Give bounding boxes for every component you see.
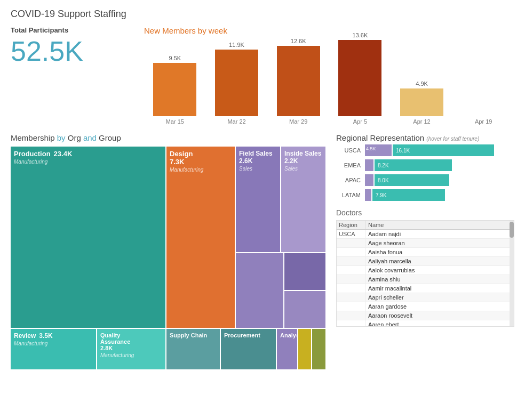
total-participants-label: Total Participants xyxy=(11,26,133,34)
treemap-cell-small2[interactable] xyxy=(312,329,325,369)
bar-value: 4.9K xyxy=(416,80,428,87)
doctor-name: Aadam najdi xyxy=(366,230,514,238)
treemap-cell-procurement[interactable]: Procurement xyxy=(221,329,276,369)
doctor-region xyxy=(337,293,366,302)
doctor-region xyxy=(337,266,366,274)
treemap-section: Membership by Org and Group Production 2… xyxy=(11,133,325,370)
region-small-val: 4.5K xyxy=(365,145,377,152)
doctor-region xyxy=(337,284,366,293)
scrollbar-thumb[interactable] xyxy=(510,222,514,238)
treemap-cell-r2b[interactable] xyxy=(284,291,325,328)
doctor-row[interactable]: Aapri scheller xyxy=(337,293,514,302)
treemap-cell-qa[interactable]: QualityAssurance 2.8K Manufacturing xyxy=(97,329,165,369)
bar-chart-section: New Members by week 9.5KMar 1511.9KMar 2… xyxy=(144,26,514,125)
region-small-val xyxy=(365,190,367,197)
treemap-cell-production[interactable]: Production 23.4K Manufacturing xyxy=(11,147,165,328)
doctors-list: Region Name USCA Aadam najdi Aage sheora… xyxy=(337,221,514,327)
region-label: APAC xyxy=(336,177,361,183)
doctor-region xyxy=(337,320,366,327)
bar-group: 11.9KMar 22 xyxy=(206,42,268,125)
doctor-name: Aamina shiu xyxy=(366,275,514,284)
treemap-cell-r2-col xyxy=(284,253,325,328)
region-row: USCA 4.5K 16.1K xyxy=(336,144,514,156)
region-label: LATAM xyxy=(336,192,361,198)
bar-label: Mar 22 xyxy=(227,118,245,125)
region-bar-small: 4.5K xyxy=(365,144,392,156)
treemap-cell-analyst[interactable]: Analyst xyxy=(277,329,297,369)
region-large-val: 8.2K xyxy=(375,163,392,168)
treemap-cell-design[interactable]: Design 7.3K Manufacturing xyxy=(166,147,235,328)
bar-label: Mar 29 xyxy=(289,118,307,125)
bar-label: Apr 5 xyxy=(353,118,367,125)
region-bar-large: 8.2K xyxy=(375,159,452,171)
region-label: USCA xyxy=(336,147,361,154)
bar-group: Apr 19 xyxy=(452,115,514,125)
treemap-row1: Production 23.4K Manufacturing Design 7.… xyxy=(11,147,325,328)
doctor-row[interactable]: Aaran gardose xyxy=(337,302,514,311)
doctor-row[interactable]: Aamina shiu xyxy=(337,275,514,284)
treemap-cell-small1[interactable] xyxy=(298,329,312,369)
region-bars: 4.5K 16.1K xyxy=(365,144,494,156)
doctors-col-name: Name xyxy=(366,221,514,229)
doctor-row[interactable]: Aaren ebert xyxy=(337,320,514,327)
region-bar-large: 8.0K xyxy=(375,174,449,186)
treemap-cell-supplychain[interactable]: Supply Chain xyxy=(166,329,220,369)
doctor-row[interactable]: Aaraon roosevelt xyxy=(337,311,514,320)
bar-rect[interactable] xyxy=(400,88,443,116)
region-large-val: 7.9K xyxy=(372,192,390,198)
region-small-val xyxy=(365,160,367,167)
treemap-cell-insidesales[interactable]: Inside Sales 2.2K Sales xyxy=(281,147,325,252)
treemap-cell-r2a[interactable] xyxy=(284,253,325,290)
region-label: EMEA xyxy=(336,162,361,168)
doctor-region xyxy=(337,275,366,284)
doctor-name: Aage sheoran xyxy=(366,239,514,247)
bar-label: Apr 12 xyxy=(413,118,430,125)
treemap-cell-r1[interactable] xyxy=(236,253,283,328)
doctor-row[interactable]: Aaliyah marcella xyxy=(337,257,514,266)
doctor-region xyxy=(337,302,366,311)
bar-rect[interactable] xyxy=(153,63,196,116)
doctor-row[interactable]: Aamir macalintal xyxy=(337,284,514,293)
treemap: Production 23.4K Manufacturing Design 7.… xyxy=(11,147,325,370)
bar-value: 9.5K xyxy=(169,55,181,61)
doctor-row[interactable]: USCA Aadam najdi xyxy=(337,230,514,239)
doctor-row[interactable]: Aage sheoran xyxy=(337,239,514,248)
doctors-title: Doctors xyxy=(336,208,514,217)
doctor-name: Aalok covarrubias xyxy=(366,266,514,274)
doctor-row[interactable]: Aaisha fonua xyxy=(337,248,514,257)
treemap-cell-fieldsales[interactable]: Field Sales 2.6K Sales xyxy=(236,147,280,252)
treemap-cell-review[interactable]: Review 3.5K Manufacturing xyxy=(11,329,96,369)
bar-value: 13.6K xyxy=(352,32,368,38)
region-row: APAC 8.0K xyxy=(336,174,514,186)
region-bar-small xyxy=(365,174,373,186)
bar-rect[interactable] xyxy=(215,50,258,116)
doctor-row[interactable]: Aalok covarrubias xyxy=(337,266,514,275)
doctor-name: Aaren ebert xyxy=(366,320,514,327)
doctor-region xyxy=(337,239,366,247)
region-bars: 8.2K xyxy=(365,159,452,171)
doctor-name: Aaliyah marcella xyxy=(366,257,514,265)
region-large-val: 8.0K xyxy=(375,177,392,183)
region-bar-large: 7.9K xyxy=(372,189,445,201)
bar-label: Mar 15 xyxy=(166,118,184,125)
regional-chart: Regional Representation (hover for staff… xyxy=(336,133,514,201)
region-bar-small xyxy=(365,159,373,171)
doctor-region xyxy=(337,257,366,265)
bar-label: Apr 19 xyxy=(475,118,492,125)
doctor-region xyxy=(337,248,366,256)
region-bar-large: 16.1K xyxy=(393,144,494,156)
doctor-name: Aaraon roosevelt xyxy=(366,311,514,320)
bar-rect[interactable] xyxy=(338,40,381,116)
scrollbar[interactable] xyxy=(510,221,514,326)
total-participants-value: 52.5K xyxy=(11,37,133,65)
bar-group: 12.6KMar 29 xyxy=(267,38,329,125)
treemap-right-col: Field Sales 2.6K Sales Inside Sales 2.2K xyxy=(236,147,325,328)
page-title: COVID-19 Support Staffing xyxy=(11,9,514,20)
doctors-scroll[interactable]: Region Name USCA Aadam najdi Aage sheora… xyxy=(336,220,514,327)
treemap-bottom-analyst: Analyst xyxy=(277,329,325,369)
doctor-region xyxy=(337,311,366,320)
doctor-name: Aaisha fonua xyxy=(366,248,514,256)
treemap-row2: Review 3.5K Manufacturing QualityAssuran… xyxy=(11,329,325,369)
bar-rect[interactable] xyxy=(277,46,320,116)
regional-rows: USCA 4.5K 16.1K EMEA 8.2K APAC 8.0 xyxy=(336,144,514,201)
